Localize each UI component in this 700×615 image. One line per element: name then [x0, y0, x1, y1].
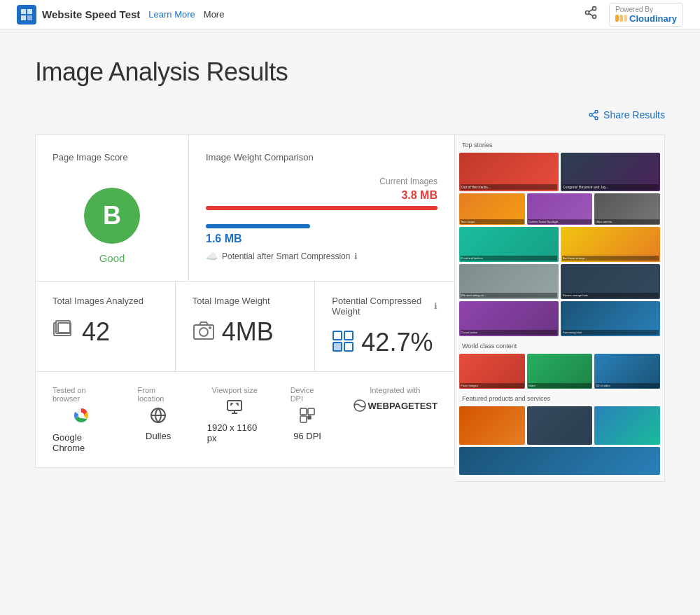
- viewport-value: 1920 x 1160 px: [207, 422, 262, 443]
- browser-label: Tested on browser: [52, 386, 110, 403]
- share-results-button[interactable]: Share Results: [588, 109, 665, 120]
- info-location: From location Dulles: [138, 386, 179, 453]
- grid-icon: [332, 330, 354, 355]
- info-browser: Tested on browser Google Chrome: [52, 386, 110, 453]
- stat-total-weight-value: 4MB: [222, 317, 274, 347]
- viewport-label: Viewport size: [212, 386, 258, 394]
- svg-point-18: [200, 328, 208, 336]
- browser-value: Google Chrome: [52, 432, 110, 453]
- header-right: Powered By Cloudinary: [584, 3, 683, 27]
- stats-row: Total Images Analyzed 42: [35, 282, 455, 372]
- score-circle: B: [84, 188, 140, 244]
- current-images-label: Current Images: [206, 177, 438, 186]
- stat-compressed-weight: Potential Compressed Weight ℹ: [315, 282, 454, 371]
- stat-total-images-label: Total Images Analyzed: [52, 296, 158, 306]
- dpi-icon: [299, 407, 316, 427]
- share-results-label: Share Results: [603, 109, 665, 120]
- weight-card: Image Weight Comparison Current Images 3…: [189, 134, 455, 282]
- svg-point-11: [595, 117, 598, 120]
- current-images-value: 3.8 MB: [206, 189, 438, 202]
- header-left: Website Speed Test Learn More More: [17, 5, 224, 25]
- info-webpagetest: Integrated with WEBPAGETEST: [353, 386, 438, 453]
- score-grade: Good: [99, 252, 125, 264]
- svg-point-19: [209, 327, 211, 329]
- stat-total-images-value: 42: [82, 317, 110, 347]
- info-icon-weight[interactable]: ℹ: [354, 251, 358, 261]
- top-cards: Page Image Score B Good Image Weight Com…: [35, 134, 455, 282]
- svg-line-7: [589, 13, 593, 15]
- learn-more-link[interactable]: Learn More: [148, 9, 195, 20]
- dpi-value: 96 DPI: [293, 431, 321, 441]
- powered-by-text: Powered By Cloudinary: [615, 6, 677, 24]
- weight-bar-current: [206, 206, 438, 210]
- svg-point-4: [593, 7, 596, 11]
- site-title: Website Speed Test: [42, 8, 140, 20]
- svg-point-6: [593, 15, 596, 18]
- left-panels: Page Image Score B Good Image Weight Com…: [35, 134, 455, 482]
- logo-icon: [17, 5, 36, 25]
- weight-bar-compressed-container: 1.6 MB: [206, 224, 310, 245]
- location-value: Dulles: [146, 431, 171, 441]
- chrome-icon: [73, 407, 90, 428]
- score-card: Page Image Score B Good: [35, 134, 189, 282]
- page-title: Image Analysis Results: [35, 57, 665, 87]
- weight-bar-compressed: [206, 224, 310, 228]
- svg-rect-0: [21, 9, 26, 14]
- weight-card-label: Image Weight Comparison: [206, 152, 438, 163]
- svg-rect-34: [300, 416, 307, 422]
- svg-rect-35: [308, 416, 311, 419]
- images-icon: [52, 319, 75, 346]
- svg-rect-33: [308, 408, 314, 415]
- dpi-label: Device DPI: [290, 386, 325, 403]
- more-link[interactable]: More: [204, 9, 225, 20]
- cloudinary-mini-icon: ☁️: [206, 251, 218, 262]
- svg-rect-29: [227, 401, 241, 410]
- svg-rect-3: [27, 15, 32, 20]
- screenshot-panel: Top stories Out of the cracks... Congrat…: [455, 134, 665, 482]
- svg-rect-22: [333, 343, 342, 351]
- share-results-row: Share Results: [35, 109, 665, 120]
- svg-point-26: [78, 413, 83, 418]
- svg-point-5: [586, 11, 589, 15]
- logo: Website Speed Test: [17, 5, 140, 25]
- svg-rect-1: [27, 9, 32, 14]
- svg-rect-32: [300, 408, 307, 415]
- integrated-label: Integrated with: [370, 386, 420, 394]
- stat-total-weight: Total Image Weight 4MB: [176, 282, 316, 371]
- svg-line-8: [589, 9, 593, 11]
- featured-label: Featured products and services: [459, 393, 660, 404]
- viewport-icon: [226, 399, 243, 418]
- info-dpi: Device DPI 96 DPI: [290, 386, 325, 453]
- info-icon-stat[interactable]: ℹ: [434, 301, 438, 311]
- bottom-info-bar: Tested on browser Google Chrome: [35, 372, 455, 468]
- share-icon-header[interactable]: [584, 6, 598, 23]
- cloudinary-badge: Powered By Cloudinary: [609, 3, 683, 27]
- world-class-label: World class content: [459, 340, 660, 352]
- svg-rect-20: [333, 331, 342, 340]
- svg-point-10: [589, 113, 592, 116]
- main-content: Image Analysis Results Share Results Pag…: [0, 29, 700, 615]
- camera-icon: [192, 319, 215, 345]
- svg-rect-23: [344, 343, 353, 351]
- svg-rect-2: [21, 15, 26, 20]
- location-label: From location: [138, 386, 179, 403]
- stat-compressed-value: 42.7%: [361, 328, 433, 357]
- svg-rect-21: [344, 331, 353, 340]
- compressed-value: 1.6 MB: [206, 233, 310, 245]
- wpt-icon: WEBPAGETEST: [353, 399, 438, 413]
- svg-line-13: [592, 112, 596, 114]
- svg-point-9: [595, 110, 598, 113]
- score-letter: B: [103, 201, 121, 230]
- score-card-label: Page Image Score: [52, 152, 172, 163]
- header: Website Speed Test Learn More More Power…: [0, 0, 700, 29]
- stat-compressed-label: Potential Compressed Weight ℹ: [332, 296, 438, 317]
- info-viewport: Viewport size 1920 x 1160 px: [207, 386, 262, 453]
- svg-line-12: [592, 116, 596, 118]
- stat-total-weight-label: Total Image Weight: [192, 296, 298, 306]
- stat-total-images: Total Images Analyzed 42: [36, 282, 176, 371]
- potential-label: ☁️ Potential after Smart Compression ℹ: [206, 251, 438, 262]
- location-icon: [150, 407, 167, 427]
- top-stories-label: Top stories: [459, 139, 660, 151]
